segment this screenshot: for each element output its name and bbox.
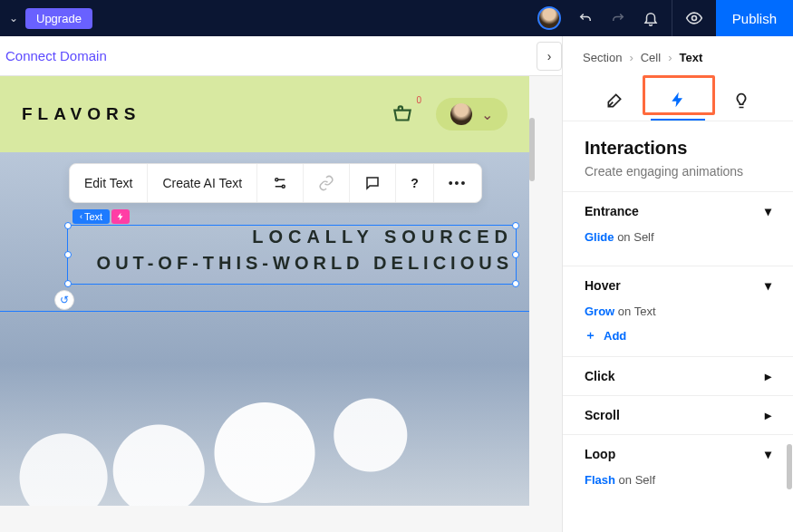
- top-bar: ⌄ Upgrade Publish: [0, 0, 793, 36]
- ideas-tab[interactable]: [714, 81, 769, 121]
- sub-bar: Connect Domain ›: [0, 36, 562, 76]
- accordion-entrance: Entrance ▾ Glide on Self: [563, 191, 793, 266]
- click-header[interactable]: Click ▸: [563, 357, 793, 395]
- hover-effect-target: on Text: [618, 305, 656, 318]
- notifications-icon[interactable]: [643, 10, 659, 26]
- plus-icon: ＋: [585, 327, 596, 343]
- add-label: Add: [604, 329, 626, 343]
- selection-outline: [67, 225, 517, 285]
- site-brand: FLAVORS: [22, 104, 140, 124]
- selection-type-text: Text: [84, 211, 102, 222]
- svg-point-2: [282, 185, 285, 188]
- cart-count-badge: 0: [416, 95, 421, 105]
- hover-title: Hover: [585, 278, 621, 293]
- inspector-tabs: [563, 73, 793, 121]
- profile-dropdown[interactable]: ⌄: [436, 98, 508, 131]
- element-toolbar: Edit Text Create AI Text ? •••: [69, 163, 482, 203]
- svg-point-1: [276, 179, 278, 181]
- loop-effect-row[interactable]: Flash on Self: [585, 473, 771, 487]
- panel-header: Interactions Create engaging animations: [563, 121, 793, 191]
- hero-section[interactable]: Edit Text Create AI Text ? •••: [0, 152, 529, 506]
- upgrade-button[interactable]: Upgrade: [25, 8, 92, 29]
- hover-effect-row[interactable]: Grow on Text: [585, 305, 771, 318]
- user-avatar[interactable]: [537, 6, 561, 30]
- top-actions-group: [525, 0, 672, 36]
- svg-point-0: [691, 16, 696, 21]
- redo-icon[interactable]: [610, 10, 626, 26]
- chevron-right-icon: ›: [629, 51, 633, 64]
- chevron-right-icon: ›: [668, 51, 672, 64]
- site-header: FLAVORS 0 ⌄: [0, 76, 529, 152]
- hover-effect-name: Grow: [585, 305, 614, 318]
- loop-effect-target: on Self: [619, 473, 655, 487]
- breadcrumb-section[interactable]: Section: [583, 51, 622, 64]
- section-outline: [0, 311, 529, 316]
- panel-subtitle: Create engaging animations: [585, 164, 771, 179]
- canvas-column: Connect Domain › FLAVORS 0 ⌄: [0, 36, 562, 532]
- collapse-panel-icon[interactable]: ›: [537, 42, 562, 71]
- animation-settings-icon[interactable]: [257, 164, 304, 202]
- caret-down-icon: ▾: [765, 204, 771, 218]
- entrance-header[interactable]: Entrance ▾: [563, 192, 793, 230]
- scroll-header[interactable]: Scroll ▸: [563, 396, 793, 434]
- inspector-sidebar: Section › Cell › Text Interactions Creat…: [562, 36, 793, 532]
- accordion-loop: Loop ▾ Flash on Self: [563, 434, 793, 508]
- loop-title: Loop: [585, 447, 615, 461]
- breadcrumb-cell[interactable]: Cell: [641, 51, 661, 64]
- add-hover-button[interactable]: ＋ Add: [585, 327, 771, 343]
- selection-type-chip[interactable]: ‹ Text: [73, 209, 110, 224]
- selection-label: ‹ Text: [73, 209, 130, 224]
- interaction-indicator-icon[interactable]: [111, 209, 130, 224]
- caret-down-icon: ▾: [765, 447, 771, 461]
- preview-group: [672, 0, 716, 36]
- undo-icon[interactable]: [577, 10, 594, 26]
- interactions-tab[interactable]: [651, 81, 705, 121]
- publish-button[interactable]: Publish: [716, 0, 793, 36]
- preview-icon[interactable]: [685, 9, 703, 27]
- entrance-effect-row[interactable]: Glide on Self: [585, 230, 771, 244]
- canvas-scrollbar[interactable]: [529, 118, 535, 181]
- design-tab[interactable]: [587, 81, 642, 121]
- scroll-title: Scroll: [585, 408, 620, 422]
- accordion-click: Click ▸: [563, 356, 793, 395]
- main: Connect Domain › FLAVORS 0 ⌄: [0, 36, 793, 532]
- comment-icon[interactable]: [350, 164, 396, 202]
- loop-header[interactable]: Loop ▾: [563, 435, 793, 473]
- entrance-title: Entrance: [585, 204, 639, 218]
- link-icon[interactable]: [304, 164, 350, 202]
- caret-down-icon: ▾: [765, 278, 771, 293]
- caret-right-icon: ▸: [765, 369, 771, 383]
- hover-header[interactable]: Hover ▾: [563, 266, 793, 305]
- edit-text-button[interactable]: Edit Text: [70, 164, 148, 202]
- create-ai-text-button[interactable]: Create AI Text: [148, 164, 257, 202]
- help-icon[interactable]: ?: [396, 164, 434, 202]
- menu-chevron-icon[interactable]: ⌄: [9, 12, 18, 24]
- profile-avatar-icon: [450, 103, 472, 125]
- site-header-right: 0 ⌄: [391, 98, 508, 131]
- caret-right-icon: ▸: [765, 408, 771, 422]
- sidebar-scrollbar[interactable]: [787, 444, 792, 489]
- cart-icon[interactable]: 0: [391, 104, 414, 124]
- connect-domain-link[interactable]: Connect Domain: [5, 48, 107, 63]
- top-left: ⌄ Upgrade: [9, 8, 92, 29]
- panel-title: Interactions: [585, 138, 771, 159]
- top-right: Publish: [525, 0, 793, 36]
- accordion-hover: Hover ▾ Grow on Text ＋ Add: [563, 266, 793, 356]
- click-title: Click: [585, 369, 614, 383]
- entrance-effect-name: Glide: [585, 230, 614, 244]
- loop-effect-name: Flash: [585, 473, 615, 487]
- breadcrumb: Section › Cell › Text: [563, 36, 793, 73]
- breadcrumb-text: Text: [679, 51, 702, 64]
- revert-icon[interactable]: ↺: [54, 290, 74, 310]
- canvas[interactable]: FLAVORS 0 ⌄ Edit Text Create A: [0, 76, 562, 532]
- accordion-scroll: Scroll ▸: [563, 395, 793, 434]
- chevron-down-icon: ⌄: [481, 106, 493, 123]
- more-icon[interactable]: •••: [434, 164, 482, 202]
